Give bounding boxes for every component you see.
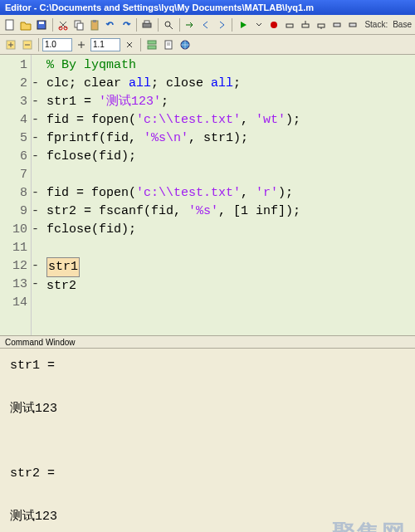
toolbar-row-1: Stack: Base [0,15,415,35]
line-number: 5 [0,129,27,148]
output-line [10,485,405,506]
output-line: str1 = [10,355,405,377]
run-dropdown-icon[interactable] [251,17,266,32]
line-number: 9 [0,203,27,221]
command-window[interactable]: str1 = 测试123 str2 = 测试123 fx >> 聚集网 [0,349,415,532]
separator [158,18,159,32]
code-line[interactable]: fclose(fid); [46,221,408,239]
separator [140,38,141,51]
prompt: >> [22,528,37,532]
cell-plus-icon[interactable] [3,37,18,52]
svg-rect-13 [286,24,293,27]
svg-rect-15 [318,24,325,27]
goto-icon[interactable] [183,17,198,32]
zoom1-input[interactable] [42,38,72,51]
cell-mode-icon[interactable] [144,37,159,52]
undo-icon[interactable] [103,17,117,32]
line-number: 7 [0,166,27,184]
separator [232,18,232,32]
paste-icon[interactable] [87,17,101,32]
step-in-icon[interactable] [299,17,313,32]
output-line: 测试123 [10,398,405,420]
window-title: Editor - C:\Documents and Settings\lyq\M… [5,2,314,12]
step-out-icon[interactable] [315,17,329,32]
code-line[interactable]: str2 [46,277,408,295]
code-line[interactable]: str1 = '测试123'; [46,93,408,111]
output-line [10,442,405,463]
times-icon[interactable] [122,37,137,52]
line-dash: - [32,111,42,129]
breakpoint-icon[interactable] [267,17,281,32]
copy-icon[interactable] [72,17,86,32]
breakpoint-column[interactable]: ----- --- -- [32,55,42,335]
save-icon[interactable] [35,17,49,32]
line-number: 12 [0,257,27,276]
run-icon[interactable] [236,17,250,32]
code-line[interactable] [46,295,408,314]
code-line[interactable]: % By lyqmath [46,56,408,75]
line-number: 14 [0,294,27,312]
command-window-label: Command Window [5,338,75,347]
line-number: 11 [0,239,27,257]
world-icon[interactable] [178,37,193,52]
stop-icon[interactable] [346,17,360,32]
code-line[interactable]: fprintf(fid, '%s\n', str1); [46,129,408,148]
code-line[interactable]: str2 = fscanf(fid, '%s', [1 inf]); [46,203,408,221]
svg-rect-14 [302,24,309,27]
cut-icon[interactable] [56,17,71,32]
command-output: str1 = 测试123 str2 = 测试123 [10,355,405,528]
line-dash: - [32,184,42,203]
svg-rect-21 [148,46,156,49]
line-number: 4 [0,111,27,129]
line-dash [32,294,42,312]
fx-icon: fx [10,528,19,532]
svg-rect-9 [143,23,151,27]
svg-rect-0 [6,20,13,30]
code-line[interactable]: fclose(fid); [46,148,408,166]
forward-icon[interactable] [214,17,228,32]
zoom2-input[interactable] [90,38,120,51]
line-number: 1 [0,56,27,75]
code-line[interactable]: clc; clear all; close all; [46,75,408,93]
editor-pane: 1234567891011121314 ----- --- -- % By ly… [0,55,415,335]
svg-rect-17 [349,23,356,27]
publish-icon[interactable] [161,37,176,52]
line-dash: - [32,257,42,276]
back-icon[interactable] [199,17,213,32]
cell-minus-icon[interactable] [20,37,35,52]
redo-icon[interactable] [119,17,133,32]
code-line[interactable]: fid = fopen('c:\\test.txt', 'wt'); [46,111,408,129]
line-dash: - [32,129,42,148]
svg-rect-8 [93,20,96,22]
code-line[interactable]: str1 [46,257,408,277]
svg-rect-10 [144,21,149,23]
line-dash: - [32,93,42,111]
stack-label: Stack: [364,20,388,29]
watermark: 聚集网 [332,523,407,532]
line-number-gutter: 1234567891011121314 [0,55,32,335]
code-line[interactable] [46,166,408,184]
find-icon[interactable] [162,17,176,32]
print-icon[interactable] [140,17,154,32]
output-line: str2 = [10,463,405,485]
line-dash: - [32,276,42,294]
line-number: 8 [0,184,27,203]
line-number: 13 [0,276,27,294]
plus-icon[interactable] [74,37,89,52]
code-line[interactable]: fid = fopen('c:\\test.txt', 'r'); [46,184,408,203]
line-dash: - [32,148,42,166]
separator [38,38,39,51]
line-number: 6 [0,148,27,166]
line-number: 2 [0,75,27,93]
svg-rect-20 [148,41,156,44]
title-bar: Editor - C:\Documents and Settings\lyq\M… [0,0,415,15]
open-file-icon[interactable] [19,17,33,32]
step-icon[interactable] [283,17,297,32]
code-line[interactable] [46,239,408,257]
code-area[interactable]: % By lyqmathclc; clear all; close all;st… [42,55,415,335]
continue-icon[interactable] [330,17,344,32]
line-dash [32,56,42,75]
toolbar-row-2 [0,35,415,55]
new-file-icon[interactable] [3,17,17,32]
line-dash: - [32,203,42,221]
